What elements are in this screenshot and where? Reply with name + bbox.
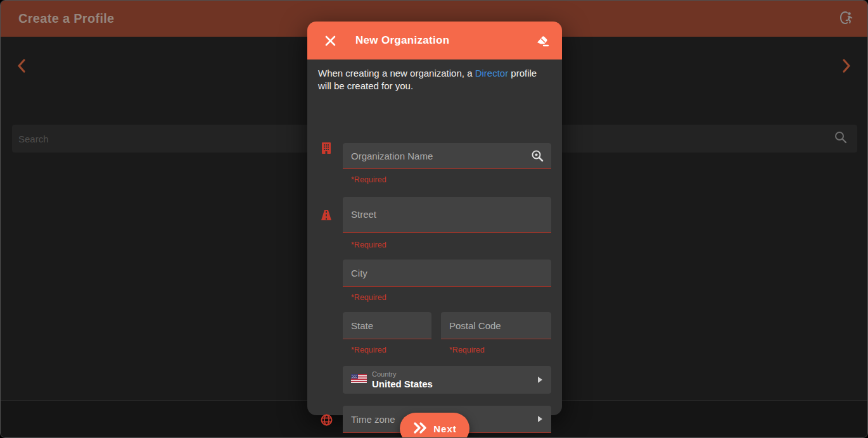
dialog-header: New Organization [307, 22, 562, 59]
new-organization-dialog: New Organization When creating a new org… [307, 22, 562, 415]
double-chevron-icon [412, 422, 429, 436]
close-button[interactable] [321, 31, 340, 50]
city-input[interactable] [343, 260, 551, 287]
country-field-label: Country [372, 370, 537, 379]
intro-text: When creating a new organization, a Dire… [318, 67, 544, 92]
caret-right-icon [537, 376, 543, 384]
state-input[interactable] [343, 312, 431, 339]
country-field-value: United States [372, 379, 537, 390]
organization-name-input[interactable] [343, 143, 551, 169]
clear-form-button[interactable] [533, 31, 552, 50]
close-icon [325, 35, 336, 46]
city-required-label: *Required [351, 293, 386, 302]
organization-required-label: *Required [351, 175, 386, 184]
app-window: Create a Profile [0, 0, 868, 438]
country-texts: Country United States [372, 370, 537, 390]
street-required-label: *Required [351, 241, 386, 249]
next-button[interactable]: Next [400, 413, 469, 438]
building-icon [319, 141, 334, 156]
intro-prefix: When creating a new organization, a [318, 68, 475, 78]
search-icon[interactable] [833, 130, 848, 147]
organization-name-field [343, 143, 551, 169]
globe-icon [319, 412, 334, 427]
postal-code-input[interactable] [441, 312, 551, 339]
road-icon [319, 208, 334, 223]
country-select[interactable]: Country United States [343, 366, 551, 394]
logout-button[interactable] [836, 8, 857, 30]
chevron-left-icon [15, 58, 29, 74]
eraser-icon [535, 33, 550, 48]
director-link[interactable]: Director [475, 68, 509, 78]
search-location-icon[interactable] [530, 149, 545, 166]
state-required-label: *Required [351, 346, 386, 354]
us-flag-icon [351, 374, 367, 385]
postal-required-label: *Required [449, 346, 485, 354]
dialog-title: New Organization [355, 34, 533, 47]
caret-right-icon [537, 415, 543, 423]
next-button-label: Next [433, 423, 457, 434]
street-input[interactable] [343, 197, 551, 233]
dialog-body: When creating a new organization, a Dire… [307, 59, 562, 415]
carousel-next-button[interactable] [839, 58, 853, 74]
exit-run-icon [838, 9, 855, 29]
chevron-right-icon [839, 58, 853, 74]
carousel-prev-button[interactable] [15, 58, 29, 74]
